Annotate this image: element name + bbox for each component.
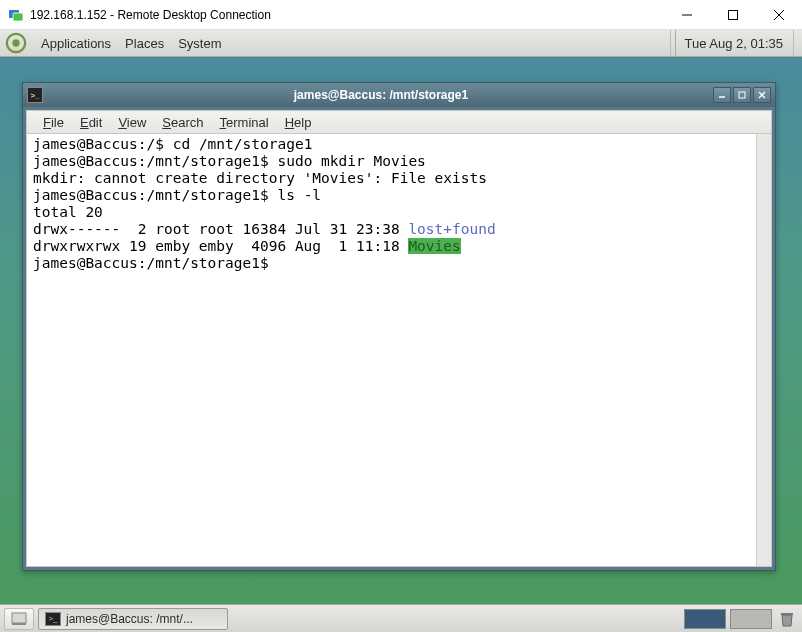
terminal-icon: >_ <box>27 87 43 103</box>
panel-separator <box>670 30 673 56</box>
mate-top-panel: Applications Places System Tue Aug 2, 01… <box>0 30 802 57</box>
file-menu[interactable]: File <box>35 115 72 130</box>
terminal-minimize-button[interactable] <box>713 87 731 103</box>
output-line: mkdir: cannot create directory 'Movies':… <box>33 170 487 186</box>
terminal-scrollbar[interactable] <box>756 134 771 566</box>
edit-menu[interactable]: Edit <box>72 115 110 130</box>
svg-rect-12 <box>12 613 26 623</box>
taskbar-item-label: james@Baccus: /mnt/... <box>66 612 193 626</box>
terminal-titlebar[interactable]: >_ james@Baccus: /mnt/storage1 <box>23 83 775 107</box>
directory-link: Movies <box>408 238 460 254</box>
help-menu[interactable]: Help <box>277 115 320 130</box>
output-line: total 20 <box>33 204 103 220</box>
command: cd /mnt/storage1 <box>173 136 313 152</box>
rdc-title: 192.168.1.152 - Remote Desktop Connectio… <box>30 8 664 22</box>
places-menu[interactable]: Places <box>118 36 171 51</box>
ls-row: drwxrwxrwx 19 emby emby 4096 Aug 1 11:18 <box>33 238 408 254</box>
terminal-menu[interactable]: Terminal <box>212 115 277 130</box>
rdc-window-controls <box>664 0 802 30</box>
terminal-menubar: File Edit View Search Terminal Help <box>26 110 772 134</box>
view-menu[interactable]: View <box>110 115 154 130</box>
terminal-body[interactable]: james@Baccus:/$ cd /mnt/storage1 james@B… <box>26 134 772 567</box>
trash-icon[interactable] <box>778 610 796 628</box>
rdc-titlebar: 192.168.1.152 - Remote Desktop Connectio… <box>0 0 802 30</box>
maximize-button[interactable] <box>710 0 756 30</box>
svg-rect-9 <box>739 92 745 98</box>
rdc-icon <box>8 7 24 23</box>
terminal-icon: >_ <box>45 612 61 626</box>
prompt: james@Baccus:/mnt/storage1$ <box>33 153 277 169</box>
ls-row: drwx------ 2 root root 16384 Jul 31 23:3… <box>33 221 408 237</box>
mate-logo-icon[interactable] <box>4 33 28 53</box>
search-menu[interactable]: Search <box>154 115 211 130</box>
prompt: james@Baccus:/mnt/storage1$ <box>33 255 277 271</box>
directory-link: lost+found <box>408 221 495 237</box>
prompt: james@Baccus:/mnt/storage1$ <box>33 187 277 203</box>
minimize-button[interactable] <box>664 0 710 30</box>
terminal-window-controls <box>713 87 771 103</box>
prompt: james@Baccus:/$ <box>33 136 173 152</box>
terminal-close-button[interactable] <box>753 87 771 103</box>
svg-rect-3 <box>729 10 738 19</box>
svg-rect-14 <box>781 613 793 615</box>
terminal-window: >_ james@Baccus: /mnt/storage1 File Edit… <box>22 82 776 571</box>
mate-bottom-panel: >_ james@Baccus: /mnt/... <box>0 604 802 632</box>
svg-point-7 <box>12 39 19 46</box>
workspace-1[interactable] <box>684 609 726 629</box>
taskbar-item-terminal[interactable]: >_ james@Baccus: /mnt/... <box>38 608 228 630</box>
command: ls -l <box>277 187 321 203</box>
desktop-background: >_ james@Baccus: /mnt/storage1 File Edit… <box>0 57 802 604</box>
system-menu[interactable]: System <box>171 36 228 51</box>
applications-menu[interactable]: Applications <box>34 36 118 51</box>
show-desktop-button[interactable] <box>4 608 34 630</box>
close-button[interactable] <box>756 0 802 30</box>
clock[interactable]: Tue Aug 2, 01:35 <box>675 30 791 56</box>
command: sudo mkdir Movies <box>277 153 425 169</box>
terminal-maximize-button[interactable] <box>733 87 751 103</box>
panel-separator <box>793 30 796 56</box>
workspace-2[interactable] <box>730 609 772 629</box>
svg-rect-13 <box>12 623 26 625</box>
terminal-title: james@Baccus: /mnt/storage1 <box>49 88 713 102</box>
svg-rect-1 <box>13 13 23 21</box>
